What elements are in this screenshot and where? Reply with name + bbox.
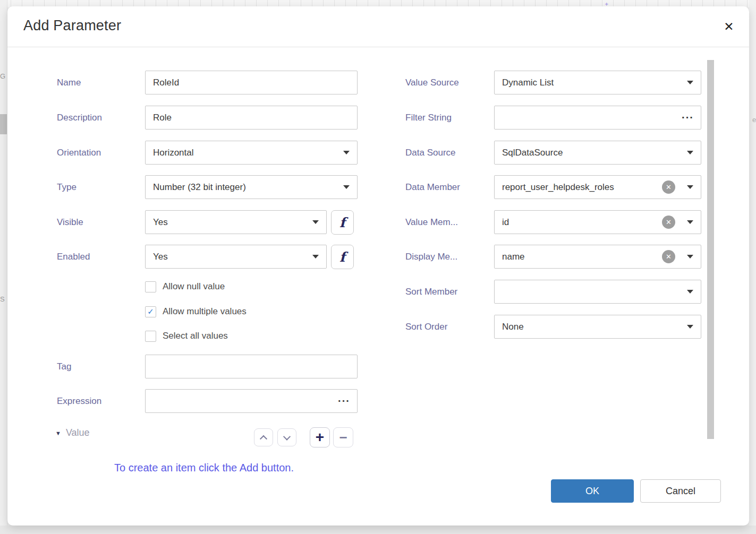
add-parameter-dialog: Add Parameter ✕ Name Description Orienta… [7,6,749,526]
orientation-label: Orientation [57,141,101,165]
type-select[interactable]: Number (32 bit integer) [145,175,358,199]
enabled-select[interactable]: Yes [145,245,327,269]
close-icon[interactable]: ✕ [719,17,738,36]
allow-null-value-label: Allow null value [163,281,225,292]
sort-order-label: Sort Order [405,315,447,339]
dialog-header: Add Parameter ✕ [7,6,749,47]
chevron-down-icon [687,290,693,294]
checkbox-checked-icon: ✓ [145,306,156,317]
checkbox-icon [145,331,156,342]
allow-multiple-values-checkbox[interactable]: ✓ Allow multiple values [145,305,247,318]
background-fragment: e [752,116,756,124]
enabled-label: Enabled [57,245,90,269]
value-source-select[interactable]: Dynamic List [494,71,701,94]
name-label: Name [57,71,81,94]
data-source-label: Data Source [405,141,456,165]
enabled-expression-button[interactable]: f [331,245,354,269]
chevron-down-icon [312,255,319,259]
expression-ellipsis-button[interactable]: ··· [336,389,352,413]
remove-item-button[interactable]: − [333,427,353,447]
chevron-down-icon [687,220,693,224]
chevron-down-icon [687,255,693,259]
data-source-select[interactable]: SqlDataSource [494,141,701,165]
clear-icon[interactable]: ✕ [662,250,675,263]
value-source-label: Value Source [405,71,459,94]
data-member-value: report_user_helpdesk_roles [502,182,662,193]
display-member-label: Display Me... [405,245,457,269]
select-all-values-label: Select all values [163,331,228,341]
chevron-down-icon [687,151,693,154]
data-member-label: Data Member [405,175,460,199]
ok-button[interactable]: OK [551,479,634,503]
background-fragment: S [0,295,5,303]
visible-label: Visible [57,210,83,234]
value-member-select[interactable]: id ✕ [494,210,701,234]
data-source-value: SqlDataSource [502,148,683,158]
orientation-select[interactable]: Horizontal [145,141,358,165]
sort-order-value: None [502,322,683,332]
orientation-value: Horizontal [153,148,339,158]
designer-background-bottom [0,526,756,534]
clear-icon[interactable]: ✕ [662,216,675,229]
vertical-scrollbar[interactable] [707,60,714,439]
chevron-down-icon [687,185,693,189]
value-member-label: Value Mem... [405,210,458,234]
move-item-up-button[interactable] [254,428,273,446]
tag-label: Tag [57,355,71,378]
description-input[interactable] [145,106,358,130]
chevron-down-icon [283,433,291,441]
value-source-value: Dynamic List [502,77,683,88]
select-all-values-checkbox[interactable]: Select all values [145,330,228,342]
dialog-title: Add Parameter [23,18,121,34]
sort-member-label: Sort Member [405,280,457,304]
chevron-down-icon [343,151,350,154]
designer-background-right [749,0,756,534]
header-divider [7,47,749,47]
cancel-button[interactable]: Cancel [640,479,721,503]
background-fragment-block [0,114,7,134]
enabled-value: Yes [153,252,308,262]
tag-input[interactable] [145,355,358,378]
data-member-select[interactable]: report_user_helpdesk_roles ✕ [494,175,701,199]
visible-select[interactable]: Yes [145,210,327,234]
chevron-up-icon [260,435,267,443]
chevron-down-icon [312,220,319,224]
clear-icon[interactable]: ✕ [662,180,675,194]
expression-label: Expression [57,389,101,413]
background-fragment: G [0,72,5,80]
function-icon: f [339,249,345,265]
filter-string-label: Filter String [405,106,452,130]
sort-order-select[interactable]: None [494,315,701,339]
collapse-triangle-icon: ▼ [55,430,61,436]
add-item-button[interactable]: + [310,427,330,447]
chevron-down-icon [687,81,693,84]
move-item-down-button[interactable] [277,428,296,446]
value-section-label: Value [66,427,90,438]
value-member-value: id [502,217,662,228]
type-value: Number (32 bit integer) [153,182,339,193]
function-icon: f [339,215,345,230]
display-member-select[interactable]: name ✕ [494,245,701,269]
filter-string-input[interactable] [494,106,701,130]
chevron-down-icon [687,325,693,329]
filter-string-ellipsis-button[interactable]: ··· [679,106,696,130]
display-member-value: name [502,252,662,262]
chevron-down-icon [343,185,350,189]
expression-input[interactable] [145,389,358,413]
value-section-toggle[interactable]: ▼ Value [55,427,90,438]
allow-multiple-values-label: Allow multiple values [163,306,247,317]
create-item-helper-link[interactable]: To create an item click the Add button. [50,462,358,474]
type-label: Type [57,175,77,199]
allow-null-value-checkbox[interactable]: Allow null value [145,280,225,293]
sort-member-select[interactable] [494,280,701,304]
visible-expression-button[interactable]: f [331,210,354,235]
visible-value: Yes [153,217,308,228]
description-label: Description [57,106,102,130]
checkbox-icon [145,281,156,292]
name-input[interactable] [145,71,358,94]
